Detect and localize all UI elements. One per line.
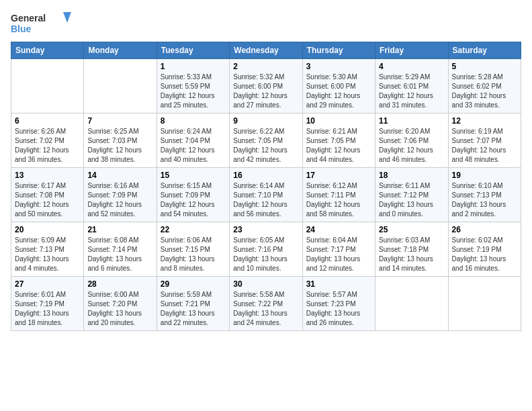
calendar-cell: 19 Sunrise: 6:10 AM Sunset: 7:13 PM Dayl… bbox=[448, 168, 521, 222]
sunrise-text: Sunrise: 6:01 AM bbox=[15, 291, 66, 298]
sunset-text: Sunset: 7:15 PM bbox=[161, 246, 210, 253]
daylight-text: Daylight: 12 hours and 54 minutes. bbox=[161, 201, 215, 218]
sunset-text: Sunset: 7:10 PM bbox=[233, 191, 283, 199]
day-info: Sunrise: 6:04 AM Sunset: 7:17 PM Dayligh… bbox=[306, 236, 371, 273]
sunset-text: Sunset: 7:14 PM bbox=[87, 246, 137, 253]
column-header-tuesday: Tuesday bbox=[157, 42, 229, 59]
calendar-cell: 16 Sunrise: 6:14 AM Sunset: 7:10 PM Dayl… bbox=[230, 168, 302, 222]
calendar-cell: 14 Sunrise: 6:16 AM Sunset: 7:09 PM Dayl… bbox=[84, 168, 157, 222]
day-number: 9 bbox=[233, 116, 298, 126]
sunset-text: Sunset: 6:01 PM bbox=[379, 83, 429, 90]
calendar-cell: 29 Sunrise: 5:59 AM Sunset: 7:21 PM Dayl… bbox=[157, 277, 229, 331]
daylight-text: Daylight: 13 hours and 24 minutes. bbox=[233, 310, 287, 326]
day-info: Sunrise: 6:00 AM Sunset: 7:20 PM Dayligh… bbox=[87, 290, 152, 328]
calendar-header-row: SundayMondayTuesdayWednesdayThursdayFrid… bbox=[11, 42, 521, 59]
daylight-text: Daylight: 12 hours and 58 minutes. bbox=[306, 201, 361, 218]
sunrise-text: Sunrise: 5:33 AM bbox=[161, 73, 212, 81]
daylight-text: Daylight: 13 hours and 4 minutes. bbox=[15, 255, 69, 272]
calendar-cell: 13 Sunrise: 6:17 AM Sunset: 7:08 PM Dayl… bbox=[11, 168, 84, 222]
day-number: 19 bbox=[452, 171, 517, 180]
day-number: 10 bbox=[306, 116, 371, 126]
daylight-text: Daylight: 13 hours and 26 minutes. bbox=[306, 310, 361, 326]
calendar-cell: 30 Sunrise: 5:58 AM Sunset: 7:22 PM Dayl… bbox=[230, 277, 302, 331]
calendar-cell: 21 Sunrise: 6:08 AM Sunset: 7:14 PM Dayl… bbox=[84, 222, 157, 277]
logo-svg: General Blue bbox=[11, 11, 71, 36]
calendar-cell bbox=[448, 277, 521, 331]
day-info: Sunrise: 5:30 AM Sunset: 6:00 PM Dayligh… bbox=[306, 73, 371, 110]
sunrise-text: Sunrise: 6:17 AM bbox=[15, 182, 66, 189]
sunrise-text: Sunrise: 6:06 AM bbox=[161, 236, 212, 244]
day-info: Sunrise: 5:58 AM Sunset: 7:22 PM Dayligh… bbox=[233, 290, 298, 328]
sunset-text: Sunset: 7:03 PM bbox=[87, 137, 137, 144]
day-number: 21 bbox=[87, 225, 152, 234]
day-info: Sunrise: 6:20 AM Sunset: 7:06 PM Dayligh… bbox=[379, 127, 444, 165]
daylight-text: Daylight: 12 hours and 25 minutes. bbox=[161, 92, 215, 109]
day-info: Sunrise: 6:11 AM Sunset: 7:12 PM Dayligh… bbox=[379, 181, 444, 219]
sunset-text: Sunset: 7:05 PM bbox=[233, 137, 283, 144]
day-info: Sunrise: 6:10 AM Sunset: 7:13 PM Dayligh… bbox=[452, 181, 517, 219]
sunrise-text: Sunrise: 6:15 AM bbox=[161, 182, 212, 189]
sunset-text: Sunset: 7:04 PM bbox=[161, 137, 210, 144]
sunrise-text: Sunrise: 6:10 AM bbox=[452, 182, 503, 189]
daylight-text: Daylight: 13 hours and 18 minutes. bbox=[15, 310, 69, 326]
calendar-week-row: 27 Sunrise: 6:01 AM Sunset: 7:19 PM Dayl… bbox=[11, 277, 521, 331]
calendar-cell: 11 Sunrise: 6:20 AM Sunset: 7:06 PM Dayl… bbox=[375, 113, 448, 168]
calendar-cell: 24 Sunrise: 6:04 AM Sunset: 7:17 PM Dayl… bbox=[302, 222, 375, 277]
daylight-text: Daylight: 12 hours and 42 minutes. bbox=[233, 146, 287, 163]
sunset-text: Sunset: 7:22 PM bbox=[233, 300, 283, 308]
svg-text:General: General bbox=[11, 13, 46, 24]
day-info: Sunrise: 6:26 AM Sunset: 7:02 PM Dayligh… bbox=[15, 127, 80, 165]
day-number: 4 bbox=[379, 62, 444, 71]
sunrise-text: Sunrise: 6:08 AM bbox=[87, 236, 138, 244]
calendar-cell: 4 Sunrise: 5:29 AM Sunset: 6:01 PM Dayli… bbox=[375, 59, 448, 113]
calendar-cell: 8 Sunrise: 6:24 AM Sunset: 7:04 PM Dayli… bbox=[157, 113, 229, 168]
daylight-text: Daylight: 13 hours and 2 minutes. bbox=[452, 201, 506, 218]
daylight-text: Daylight: 12 hours and 52 minutes. bbox=[87, 201, 142, 218]
day-number: 26 bbox=[452, 225, 517, 234]
column-header-wednesday: Wednesday bbox=[230, 42, 302, 59]
day-number: 12 bbox=[452, 116, 517, 126]
column-header-thursday: Thursday bbox=[302, 42, 375, 59]
calendar-cell: 15 Sunrise: 6:15 AM Sunset: 7:09 PM Dayl… bbox=[157, 168, 229, 222]
calendar-cell: 9 Sunrise: 6:22 AM Sunset: 7:05 PM Dayli… bbox=[230, 113, 302, 168]
sunset-text: Sunset: 6:02 PM bbox=[452, 83, 502, 90]
sunset-text: Sunset: 7:13 PM bbox=[452, 191, 502, 199]
day-number: 8 bbox=[161, 116, 226, 126]
sunrise-text: Sunrise: 5:32 AM bbox=[233, 73, 284, 81]
calendar-cell: 7 Sunrise: 6:25 AM Sunset: 7:03 PM Dayli… bbox=[84, 113, 157, 168]
daylight-text: Daylight: 13 hours and 0 minutes. bbox=[379, 201, 433, 218]
day-number: 20 bbox=[15, 225, 80, 234]
calendar-cell: 17 Sunrise: 6:12 AM Sunset: 7:11 PM Dayl… bbox=[302, 168, 375, 222]
column-header-friday: Friday bbox=[375, 42, 448, 59]
day-info: Sunrise: 5:32 AM Sunset: 6:00 PM Dayligh… bbox=[233, 73, 298, 110]
daylight-text: Daylight: 13 hours and 14 minutes. bbox=[379, 255, 433, 272]
daylight-text: Daylight: 12 hours and 36 minutes. bbox=[15, 146, 69, 163]
sunrise-text: Sunrise: 6:25 AM bbox=[87, 128, 138, 135]
day-number: 14 bbox=[87, 171, 152, 180]
svg-text:Blue: Blue bbox=[11, 24, 32, 34]
calendar-cell: 18 Sunrise: 6:11 AM Sunset: 7:12 PM Dayl… bbox=[375, 168, 448, 222]
day-info: Sunrise: 6:12 AM Sunset: 7:11 PM Dayligh… bbox=[306, 181, 371, 219]
sunset-text: Sunset: 5:59 PM bbox=[161, 83, 210, 90]
day-number: 22 bbox=[161, 225, 226, 234]
calendar-week-row: 13 Sunrise: 6:17 AM Sunset: 7:08 PM Dayl… bbox=[11, 168, 521, 222]
day-info: Sunrise: 6:01 AM Sunset: 7:19 PM Dayligh… bbox=[15, 290, 80, 328]
day-info: Sunrise: 6:24 AM Sunset: 7:04 PM Dayligh… bbox=[161, 127, 226, 165]
day-info: Sunrise: 6:19 AM Sunset: 7:07 PM Dayligh… bbox=[452, 127, 517, 165]
day-info: Sunrise: 6:22 AM Sunset: 7:05 PM Dayligh… bbox=[233, 127, 298, 165]
day-number: 31 bbox=[306, 279, 371, 289]
sunset-text: Sunset: 7:09 PM bbox=[87, 191, 137, 199]
sunrise-text: Sunrise: 6:09 AM bbox=[15, 236, 66, 244]
calendar-week-row: 20 Sunrise: 6:09 AM Sunset: 7:13 PM Dayl… bbox=[11, 222, 521, 277]
day-number: 11 bbox=[379, 116, 444, 126]
day-number: 13 bbox=[15, 171, 80, 180]
sunrise-text: Sunrise: 5:59 AM bbox=[161, 291, 212, 298]
day-info: Sunrise: 5:33 AM Sunset: 5:59 PM Dayligh… bbox=[161, 73, 226, 110]
sunrise-text: Sunrise: 6:03 AM bbox=[379, 236, 430, 244]
day-info: Sunrise: 6:16 AM Sunset: 7:09 PM Dayligh… bbox=[87, 181, 152, 219]
sunset-text: Sunset: 7:13 PM bbox=[15, 246, 64, 253]
day-info: Sunrise: 6:06 AM Sunset: 7:15 PM Dayligh… bbox=[161, 236, 226, 273]
sunset-text: Sunset: 7:19 PM bbox=[15, 300, 64, 308]
day-info: Sunrise: 6:09 AM Sunset: 7:13 PM Dayligh… bbox=[15, 236, 80, 273]
calendar-cell: 23 Sunrise: 6:05 AM Sunset: 7:16 PM Dayl… bbox=[230, 222, 302, 277]
